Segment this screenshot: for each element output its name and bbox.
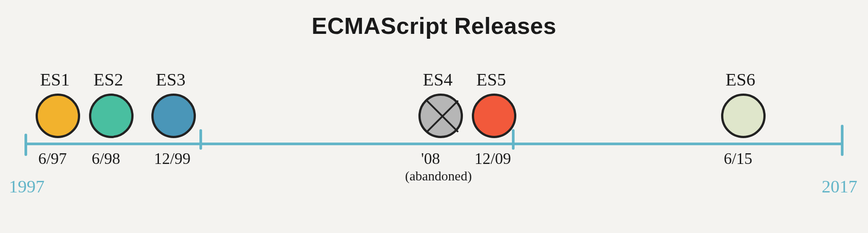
release-date-es4: '08 (421, 149, 440, 168)
axis-tick-start (24, 134, 27, 156)
release-date-es6: 6/15 (724, 149, 752, 168)
release-date-es5: 12/09 (475, 149, 511, 168)
axis-tick-end (841, 125, 844, 156)
axis-tick-mid-b (512, 129, 515, 150)
release-date-es2: 6/98 (92, 149, 120, 168)
release-dot-es1 (36, 94, 80, 138)
release-date-es1: 6/97 (38, 149, 67, 168)
release-note-es4: (abandoned) (405, 168, 472, 184)
axis-end-label: 2017 (822, 176, 857, 197)
release-name-es5: ES5 (476, 69, 506, 90)
release-dot-es4 (418, 94, 463, 138)
release-dot-es5 (472, 94, 516, 138)
axis-tick-mid-a (199, 129, 202, 150)
release-dot-es3 (151, 94, 196, 138)
release-name-es6: ES6 (726, 69, 755, 90)
release-name-es1: ES1 (40, 69, 70, 90)
release-date-es3: 12/99 (154, 149, 191, 168)
release-name-es3: ES3 (156, 69, 186, 90)
timeline-axis (24, 143, 844, 145)
axis-start-label: 1997 (9, 176, 45, 197)
release-dot-es6 (721, 94, 766, 138)
release-dot-es2 (89, 94, 134, 138)
page-title: ECMAScript Releases (0, 12, 868, 39)
release-name-es2: ES2 (93, 69, 123, 90)
release-name-es4: ES4 (423, 69, 453, 90)
